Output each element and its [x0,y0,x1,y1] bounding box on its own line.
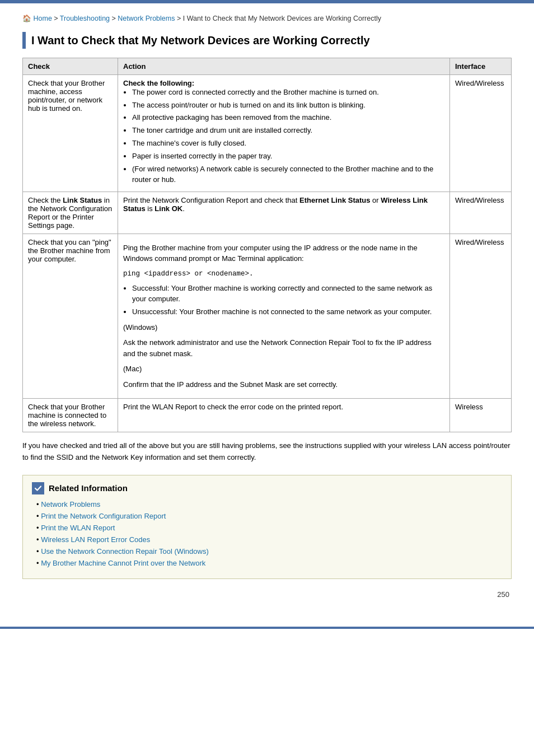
related-check-icon [32,482,44,494]
check-bold-link-status: Link Status [63,196,102,204]
action-windows-text: Ask the network administrator and use th… [123,337,444,359]
related-link-network-problems[interactable]: Network Problems [41,500,100,508]
related-link-item[interactable]: My Brother Machine Cannot Print over the… [32,559,502,567]
check-cell-4: Check that your Brother machine is conne… [23,399,118,432]
col-header-action: Action [118,58,450,74]
related-links-list: Network Problems Print the Network Confi… [32,500,502,567]
table-row: Check that your Brother machine, access … [23,74,512,192]
table-row: Check that you can "ping" the Brother ma… [23,234,512,399]
breadcrumb-current: I Want to Check that My Network Devices … [183,15,381,22]
breadcrumb-network-problems[interactable]: Network Problems [118,15,175,22]
interface-cell-4: Wireless [450,399,512,432]
check-cell-2: Check the Link Status in the Network Con… [23,192,118,234]
check-cell-1: Check that your Brother machine, access … [23,74,118,192]
col-header-check: Check [23,58,118,74]
action-intro-3: Ping the Brother machine from your compu… [123,242,444,264]
related-link-item[interactable]: Network Problems [32,500,502,508]
action-mac-text: Confirm that the IP address and the Subn… [123,379,444,390]
action-ethernet-bold: Ethernet Link Status [299,196,370,204]
main-table: Check Action Interface Check that your B… [22,58,512,433]
page-number: 250 [22,590,512,599]
action-cell-1: Check the following: The power cord is c… [118,74,450,192]
related-link-print-config[interactable]: Print the Network Configuration Report [41,512,166,520]
list-item: Paper is inserted correctly in the paper… [132,151,444,162]
bottom-bar [0,627,534,629]
page-title-container: I Want to Check that My Network Devices … [22,32,512,49]
page-title: I Want to Check that My Network Devices … [31,32,370,49]
intro-note: If you have checked and tried all of the… [22,440,512,464]
related-link-wireless-error-codes[interactable]: Wireless LAN Report Error Codes [41,535,150,544]
action-mono-3: ping <ipaddress> or <nodename>. [123,269,444,279]
related-link-item[interactable]: Print the Network Configuration Report [32,512,502,520]
list-item: The access point/router or hub is turned… [132,100,444,111]
table-row: Check the Link Status in the Network Con… [23,192,512,234]
action-cell-3: Ping the Brother machine from your compu… [118,234,450,399]
table-header-row: Check Action Interface [23,58,512,74]
action-linkOK-bold: Link OK [154,204,182,213]
related-title: Related Information [49,483,128,493]
list-item: All protective packaging has been remove… [132,113,444,123]
list-item: Successful: Your Brother machine is work… [132,283,444,305]
list-item: The toner cartridge and drum unit are in… [132,125,444,136]
breadcrumb-troubleshooting[interactable]: Troubleshooting [60,15,110,22]
related-link-item[interactable]: Wireless LAN Report Error Codes [32,535,502,544]
breadcrumb: 🏠 Home > Troubleshooting > Network Probl… [22,13,512,24]
action-list-3: Successful: Your Brother machine is work… [132,283,444,318]
check-cell-3: Check that you can "ping" the Brother ma… [23,234,118,399]
action-mac-label: (Mac) [123,363,444,375]
interface-cell-1: Wired/Wireless [450,74,512,192]
related-link-print-wlan[interactable]: Print the WLAN Report [41,524,115,532]
table-row: Check that your Brother machine is conne… [23,399,512,432]
action-cell-4: Print the WLAN Report to check the error… [118,399,450,432]
interface-cell-3: Wired/Wireless [450,234,512,399]
action-windows-label: (Windows) [123,322,444,333]
action-cell-2: Print the Network Configuration Report a… [118,192,450,234]
list-item: The machine's cover is fully closed. [132,138,444,149]
related-section: Related Information Network Problems Pri… [22,475,512,579]
list-item: Unsuccessful: Your Brother machine is no… [132,307,444,318]
action-list-1: The power cord is connected correctly an… [132,87,444,185]
action-bold-label: Check the following: [123,79,194,87]
col-header-interface: Interface [450,58,512,74]
breadcrumb-icon: 🏠 [22,15,31,22]
related-link-cannot-print[interactable]: My Brother Machine Cannot Print over the… [41,559,205,567]
interface-cell-2: Wired/Wireless [450,192,512,234]
list-item: (For wired networks) A network cable is … [132,164,444,185]
related-link-item[interactable]: Use the Network Connection Repair Tool (… [32,547,502,556]
related-header: Related Information [32,482,502,494]
list-item: The power cord is connected correctly an… [132,87,444,98]
title-accent [22,32,26,49]
related-link-repair-tool[interactable]: Use the Network Connection Repair Tool (… [41,547,209,556]
breadcrumb-home[interactable]: Home [33,15,51,22]
related-link-item[interactable]: Print the WLAN Report [32,524,502,532]
